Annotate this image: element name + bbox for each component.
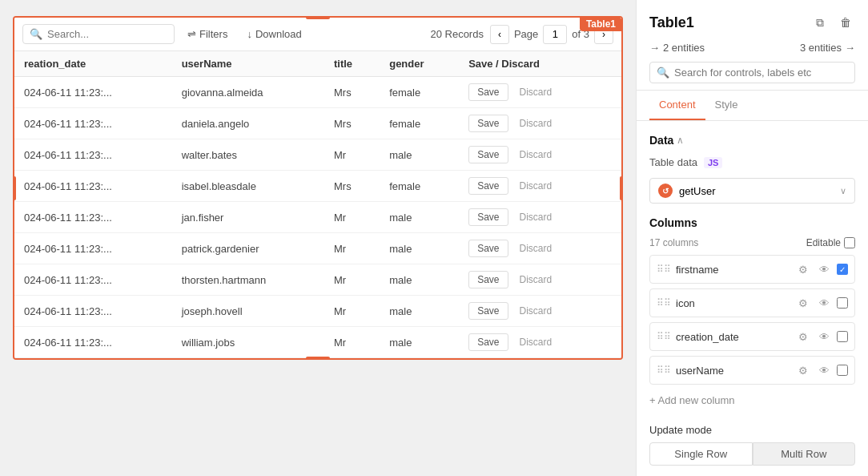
save-button-row-1[interactable]: Save [468,115,508,132]
prev-page-button[interactable]: ‹ [490,25,509,44]
save-button-row-2[interactable]: Save [468,146,508,163]
data-source-icon: ↺ [658,184,673,198]
search-input[interactable] [47,28,167,40]
drag-handle-bottom[interactable] [306,357,330,360]
drag-handle-right[interactable] [620,176,623,200]
tab-style[interactable]: Style [705,91,748,120]
col-settings-username[interactable]: ⚙ [795,362,811,378]
save-button-row-4[interactable]: Save [468,208,508,226]
cell-title: Mr [324,233,380,264]
column-row-firstname: ⠿⠿ firstname ⚙ 👁 ✓ [649,255,855,284]
col-name-firstname: firstname [676,264,790,276]
table-row: 024-06-11 11:23:... patrick.gardenier Mr… [14,233,621,264]
right-search-input[interactable] [674,67,848,79]
table-row: 024-06-11 11:23:... joseph.hovell Mr mal… [14,296,621,327]
right-search-icon: 🔍 [657,67,669,79]
save-button-row-5[interactable]: Save [468,240,508,257]
single-row-button[interactable]: Single Row [649,442,753,466]
data-section-title: Data [649,134,673,147]
data-source-select[interactable]: ↺ getUser ∨ [649,178,855,204]
col-checkbox-icon[interactable] [837,297,848,309]
editable-checkbox[interactable] [844,237,855,248]
col-eye-username[interactable]: 👁 [816,362,832,378]
cell-username: walter.bates [172,139,324,171]
data-source-name: getUser [679,185,716,197]
js-badge: JS [704,157,722,168]
cell-username: jan.fisher [172,202,324,233]
cell-gender: male [380,139,459,171]
add-column-button[interactable]: + Add new column [649,389,735,411]
cell-username: joseph.hovell [172,296,324,327]
cell-title: Mr [324,296,380,327]
right-search[interactable]: 🔍 [649,62,855,83]
cell-creation-date: 024-06-11 11:23:... [14,202,172,233]
col-name-creation-date: creation_date [676,331,790,343]
cell-gender: male [380,327,459,358]
col-drag-username[interactable]: ⠿⠿ [657,365,671,376]
discard-button-row-1[interactable]: Discard [512,115,561,131]
discard-button-row-3[interactable]: Discard [512,178,561,194]
table-data-label: Table data [649,156,697,168]
entities-row: → 2 entities 3 entities → [649,42,855,54]
page-input[interactable] [543,25,567,44]
col-drag-firstname[interactable]: ⠿⠿ [657,264,671,275]
download-icon: ↓ [247,28,252,40]
col-checked-firstname[interactable]: ✓ [837,264,848,275]
save-button-row-8[interactable]: Save [468,333,508,351]
drag-handle-top[interactable] [306,16,330,19]
discard-button-row-0[interactable]: Discard [512,84,561,100]
col-eye-firstname[interactable]: 👁 [816,261,832,277]
col-eye-creation-date[interactable]: 👁 [816,329,832,345]
col-drag-creation-date[interactable]: ⠿⠿ [657,331,671,342]
discard-button-row-4[interactable]: Discard [512,209,561,225]
col-eye-icon[interactable]: 👁 [816,295,832,311]
save-button-row-3[interactable]: Save [468,177,508,195]
save-button-row-7[interactable]: Save [468,302,508,320]
cell-title: Mrs [324,77,380,108]
discard-button-row-6[interactable]: Discard [512,272,561,288]
data-section-header: Data ∧ [649,134,855,147]
table-row: 024-06-11 11:23:... walter.bates Mr male… [14,139,621,171]
cell-creation-date: 024-06-11 11:23:... [14,139,172,171]
cell-save-discard: Save Discard [459,327,621,358]
col-checkbox-creation-date[interactable] [837,331,848,342]
cell-title: Mr [324,202,380,233]
col-checkbox-username[interactable] [837,365,848,376]
discard-button-row-5[interactable]: Discard [512,240,561,256]
save-button-row-6[interactable]: Save [468,271,508,288]
trash-icon-button[interactable]: 🗑 [836,13,855,32]
discard-button-row-7[interactable]: Discard [512,303,561,319]
table-header-row: reation_date userName title gender Save … [14,51,621,77]
cell-username: william.jobs [172,327,324,358]
col-settings-creation-date[interactable]: ⚙ [795,329,811,345]
discard-button-row-8[interactable]: Discard [512,334,561,350]
download-button[interactable]: ↓ Download [240,25,307,43]
columns-section-header: Columns [649,216,855,229]
save-button-row-0[interactable]: Save [468,83,508,101]
search-box[interactable]: 🔍 [22,24,175,44]
multi-row-button[interactable]: Multi Row [753,442,856,466]
cell-username: thorsten.hartmann [172,264,324,296]
column-row-username: ⠿⠿ userName ⚙ 👁 [649,356,855,385]
cell-title: Mr [324,139,380,171]
filters-icon: ⇌ [187,28,196,40]
cell-creation-date: 024-06-11 11:23:... [14,264,172,296]
entities-left-link[interactable]: → 2 entities [649,42,705,54]
drag-handle-left[interactable] [13,176,16,200]
col-header-gender: gender [380,51,459,77]
col-header-save-discard: Save / Discard [459,51,621,77]
cell-save-discard: Save Discard [459,139,621,171]
col-drag-icon[interactable]: ⠿⠿ [657,297,671,309]
cell-save-discard: Save Discard [459,77,621,108]
table-data-row: Table data JS [649,156,855,168]
col-settings-icon[interactable]: ⚙ [795,295,811,311]
filters-button[interactable]: ⇌ Filters [181,25,234,43]
table-widget: Table1 🔍 ⇌ Filters ↓ Download 20 Records… [13,16,623,360]
tab-content[interactable]: Content [649,91,705,120]
cell-creation-date: 024-06-11 11:23:... [14,296,172,327]
cell-title: Mr [324,327,380,358]
entities-right-link[interactable]: 3 entities → [800,42,855,54]
col-settings-firstname[interactable]: ⚙ [795,261,811,277]
discard-button-row-2[interactable]: Discard [512,147,561,163]
copy-icon-button[interactable]: ⧉ [810,13,830,32]
